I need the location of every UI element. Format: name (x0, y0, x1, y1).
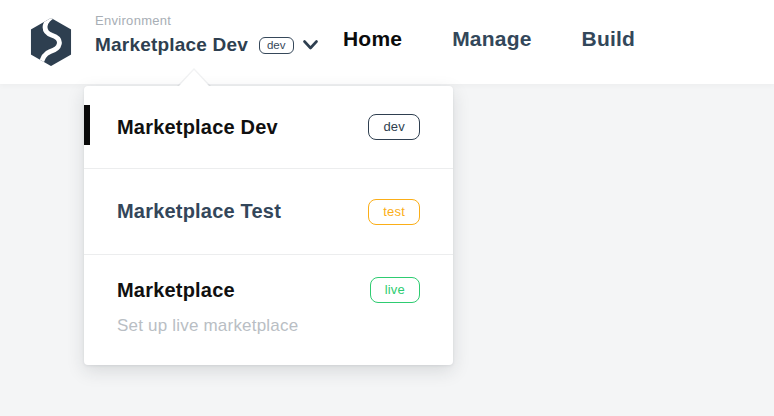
environment-label: Environment (95, 13, 318, 29)
main-nav: Home Manage Build (343, 27, 635, 51)
top-navigation-bar: Environment Marketplace Dev dev Home Man… (0, 0, 774, 84)
app-frame: Environment Marketplace Dev dev Home Man… (0, 0, 774, 416)
dropdown-caret-icon (179, 70, 209, 86)
sharetribe-logo-icon[interactable] (27, 17, 75, 67)
environment-badge-live: live (370, 277, 420, 303)
dropdown-item-marketplace-dev[interactable]: Marketplace Dev dev (84, 86, 453, 168)
environment-badge-dev: dev (368, 114, 420, 140)
dropdown-item-marketplace-test[interactable]: Marketplace Test test (84, 168, 453, 254)
environment-dropdown-menu: Marketplace Dev dev Marketplace Test tes… (84, 86, 453, 365)
dropdown-item-name: Marketplace (117, 279, 235, 302)
dropdown-item-marketplace-live[interactable]: Marketplace live Set up live marketplace (84, 254, 453, 387)
selected-environment-name: Marketplace Dev (95, 34, 248, 56)
environment-badge-test: test (368, 199, 420, 225)
nav-item-build[interactable]: Build (582, 27, 636, 51)
nav-item-home[interactable]: Home (343, 27, 402, 51)
selected-item-marker (84, 105, 90, 145)
nav-item-manage[interactable]: Manage (452, 27, 531, 51)
selected-environment-badge: dev (259, 37, 294, 54)
dropdown-item-name: Marketplace Dev (117, 116, 278, 139)
dropdown-item-subtitle: Set up live marketplace (117, 316, 420, 336)
dropdown-item-name: Marketplace Test (117, 200, 281, 223)
environment-switcher-button[interactable]: Environment Marketplace Dev dev (95, 13, 318, 56)
chevron-down-icon (303, 40, 318, 50)
